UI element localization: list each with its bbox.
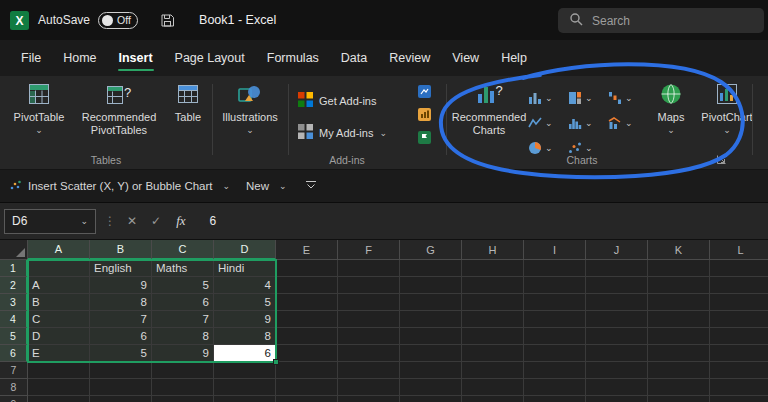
- column-header-K[interactable]: K: [648, 240, 710, 260]
- cell-D3[interactable]: 5: [214, 294, 276, 311]
- cell-J8[interactable]: [586, 379, 648, 396]
- cell-I8[interactable]: [524, 379, 586, 396]
- cell-E4[interactable]: [276, 311, 338, 328]
- cell-A6[interactable]: E: [28, 345, 90, 362]
- cell-H2[interactable]: [462, 277, 524, 294]
- insert-combo-chart-button[interactable]: ⌄: [608, 116, 648, 130]
- cell-J4[interactable]: [586, 311, 648, 328]
- cell-C4[interactable]: 7: [152, 311, 214, 328]
- cell-L3[interactable]: [710, 294, 768, 311]
- cell-F6[interactable]: [338, 345, 400, 362]
- cell-H5[interactable]: [462, 328, 524, 345]
- pivottable-button[interactable]: PivotTable ⌄: [8, 82, 70, 133]
- autosave-toggle[interactable]: Off: [98, 12, 138, 29]
- cell-A8[interactable]: [28, 379, 90, 396]
- column-header-L[interactable]: L: [710, 240, 768, 260]
- column-header-C[interactable]: C: [152, 240, 214, 260]
- cell-L7[interactable]: [710, 362, 768, 379]
- cell-I7[interactable]: [524, 362, 586, 379]
- column-header-D[interactable]: D: [214, 240, 276, 260]
- qat-insert-scatter-button[interactable]: Insert Scatter (X, Y) or Bubble Chart ⌄: [9, 179, 230, 194]
- cell-E8[interactable]: [276, 379, 338, 396]
- row-header-5[interactable]: 5: [0, 328, 28, 345]
- insert-pie-or-doughnut-chart-button[interactable]: ⌄: [528, 141, 568, 155]
- cell-K1[interactable]: [648, 260, 710, 277]
- cell-G7[interactable]: [400, 362, 462, 379]
- cell-E6[interactable]: [276, 345, 338, 362]
- row-header-9[interactable]: 9: [0, 396, 28, 402]
- cell-G8[interactable]: [400, 379, 462, 396]
- cell-G2[interactable]: [400, 277, 462, 294]
- row-header-4[interactable]: 4: [0, 311, 28, 328]
- cell-E5[interactable]: [276, 328, 338, 345]
- cell-D2[interactable]: 4: [214, 277, 276, 294]
- cell-J3[interactable]: [586, 294, 648, 311]
- cell-E3[interactable]: [276, 294, 338, 311]
- cell-A3[interactable]: B: [28, 294, 90, 311]
- cell-K2[interactable]: [648, 277, 710, 294]
- name-box[interactable]: D6 ⌄: [4, 209, 96, 234]
- cell-B3[interactable]: 8: [90, 294, 152, 311]
- row-header-7[interactable]: 7: [0, 362, 28, 379]
- tab-home[interactable]: Home: [52, 42, 107, 74]
- cell-I1[interactable]: [524, 260, 586, 277]
- cell-H6[interactable]: [462, 345, 524, 362]
- column-header-E[interactable]: E: [276, 240, 338, 260]
- cell-K4[interactable]: [648, 311, 710, 328]
- cell-F7[interactable]: [338, 362, 400, 379]
- insert-statistic-chart-button[interactable]: ⌄: [568, 116, 608, 130]
- cell-C6[interactable]: 9: [152, 345, 214, 362]
- cell-E9[interactable]: [276, 396, 338, 402]
- cell-J9[interactable]: [586, 396, 648, 402]
- save-button[interactable]: [160, 13, 175, 28]
- cell-L4[interactable]: [710, 311, 768, 328]
- cell-D1[interactable]: Hindi: [214, 260, 276, 277]
- column-header-J[interactable]: J: [586, 240, 648, 260]
- cell-K7[interactable]: [648, 362, 710, 379]
- illustrations-button[interactable]: Illustrations ⌄: [216, 82, 284, 133]
- insert-function-button[interactable]: fx: [168, 213, 193, 229]
- cell-D8[interactable]: [214, 379, 276, 396]
- cell-G1[interactable]: [400, 260, 462, 277]
- cell-I5[interactable]: [524, 328, 586, 345]
- cell-C8[interactable]: [152, 379, 214, 396]
- tab-insert[interactable]: Insert: [108, 42, 164, 74]
- cell-B7[interactable]: [90, 362, 152, 379]
- cell-K6[interactable]: [648, 345, 710, 362]
- cell-J6[interactable]: [586, 345, 648, 362]
- cell-D4[interactable]: 9: [214, 311, 276, 328]
- cell-H4[interactable]: [462, 311, 524, 328]
- search-input[interactable]: Search: [558, 8, 764, 33]
- addin-shortcut-1-button[interactable]: [418, 85, 431, 98]
- row-header-8[interactable]: 8: [0, 379, 28, 396]
- cell-G9[interactable]: [400, 396, 462, 402]
- addin-shortcut-2-button[interactable]: [418, 108, 431, 121]
- cell-B8[interactable]: [90, 379, 152, 396]
- maps-button[interactable]: Maps ⌄: [650, 82, 692, 133]
- cell-L8[interactable]: [710, 379, 768, 396]
- cell-C5[interactable]: 8: [152, 328, 214, 345]
- cell-A2[interactable]: A: [28, 277, 90, 294]
- cell-A5[interactable]: D: [28, 328, 90, 345]
- cell-D7[interactable]: [214, 362, 276, 379]
- cell-B4[interactable]: 7: [90, 311, 152, 328]
- cell-G5[interactable]: [400, 328, 462, 345]
- qat-customize-button[interactable]: [305, 180, 317, 192]
- tab-page-layout[interactable]: Page Layout: [164, 42, 256, 74]
- cell-I3[interactable]: [524, 294, 586, 311]
- cell-K3[interactable]: [648, 294, 710, 311]
- cell-H7[interactable]: [462, 362, 524, 379]
- cell-F2[interactable]: [338, 277, 400, 294]
- cell-G4[interactable]: [400, 311, 462, 328]
- enter-icon[interactable]: ✓: [144, 214, 168, 228]
- cell-G6[interactable]: [400, 345, 462, 362]
- cancel-icon[interactable]: ✕: [120, 214, 144, 228]
- cell-C9[interactable]: [152, 396, 214, 402]
- cell-I6[interactable]: [524, 345, 586, 362]
- cell-B6[interactable]: 5: [90, 345, 152, 362]
- get-addins-button[interactable]: Get Add-ins: [298, 92, 376, 109]
- row-header-3[interactable]: 3: [0, 294, 28, 311]
- cell-F3[interactable]: [338, 294, 400, 311]
- select-all-button[interactable]: [0, 240, 28, 260]
- tab-formulas[interactable]: Formulas: [256, 42, 330, 74]
